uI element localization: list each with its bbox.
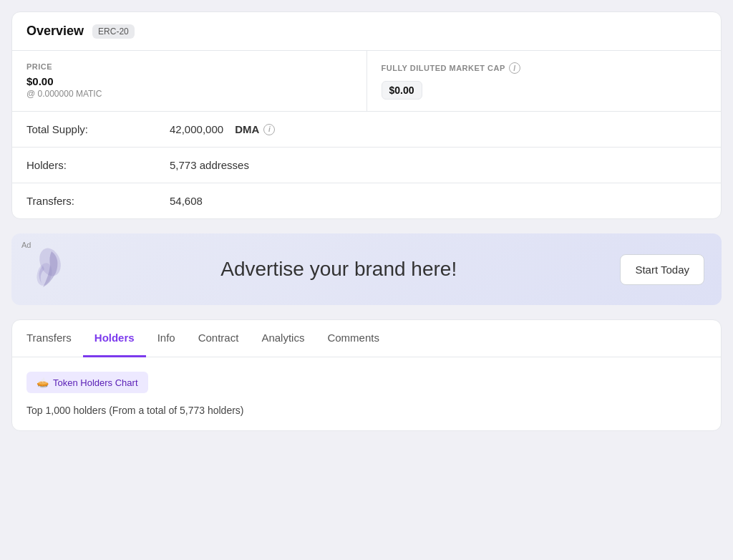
- market-cap-label: FULLY DILUTED MARKET CAP i: [382, 62, 707, 74]
- token-holders-chart-button[interactable]: 🥧 Token Holders Chart: [26, 372, 148, 393]
- tabs-nav: Transfers Holders Info Contract Analytic…: [12, 320, 721, 357]
- total-supply-row: Total Supply: 42,000,000 DMA i: [12, 112, 721, 148]
- start-today-button[interactable]: Start Today: [620, 254, 704, 285]
- market-cap-value: $0.00: [382, 81, 422, 100]
- price-column: PRICE $0.00 @ 0.000000 MATIC: [12, 51, 367, 111]
- transfers-row: Transfers: 54,608: [12, 183, 721, 218]
- total-supply-info-icon[interactable]: i: [263, 124, 275, 135]
- transfers-value: 54,608: [170, 195, 203, 207]
- tab-comments[interactable]: Comments: [316, 320, 391, 357]
- tab-transfers[interactable]: Transfers: [26, 320, 83, 357]
- overview-header: Overview ERC-20: [12, 12, 721, 51]
- holders-label: Holders:: [26, 159, 170, 171]
- holders-value: 5,773 addresses: [170, 159, 249, 171]
- overview-title: Overview: [26, 24, 84, 39]
- erc-badge: ERC-20: [92, 24, 135, 39]
- holders-row: Holders: 5,773 addresses: [12, 148, 721, 183]
- market-cap-column: FULLY DILUTED MARKET CAP i $0.00: [367, 51, 722, 111]
- overview-card: Overview ERC-20 PRICE $0.00 @ 0.000000 M…: [11, 11, 722, 219]
- ad-text: Advertise your brand here!: [72, 258, 606, 281]
- total-supply-label: Total Supply:: [26, 123, 170, 135]
- tab-analytics[interactable]: Analytics: [250, 320, 316, 357]
- market-cap-info-icon[interactable]: i: [509, 62, 520, 74]
- tab-info[interactable]: Info: [146, 320, 187, 357]
- total-supply-value: 42,000,000 DMA i: [170, 123, 275, 135]
- tab-holders[interactable]: Holders: [83, 320, 146, 357]
- transfers-label: Transfers:: [26, 195, 170, 207]
- ad-label: Ad: [21, 241, 31, 249]
- ad-logo: [29, 244, 72, 294]
- pie-chart-icon: 🥧: [37, 377, 49, 388]
- price-sub: @ 0.000000 MATIC: [26, 89, 352, 99]
- price-label: PRICE: [26, 62, 352, 71]
- tabs-content: 🥧 Token Holders Chart Top 1,000 holders …: [12, 357, 721, 430]
- tab-contract[interactable]: Contract: [187, 320, 251, 357]
- price-value: $0.00: [26, 75, 352, 87]
- price-row: PRICE $0.00 @ 0.000000 MATIC FULLY DILUT…: [12, 51, 721, 112]
- top-holders-text: Top 1,000 holders (From a total of 5,773…: [26, 405, 707, 416]
- ad-banner: Ad Advertise your brand here! Start Toda…: [11, 233, 722, 305]
- tabs-section: Transfers Holders Info Contract Analytic…: [11, 319, 722, 431]
